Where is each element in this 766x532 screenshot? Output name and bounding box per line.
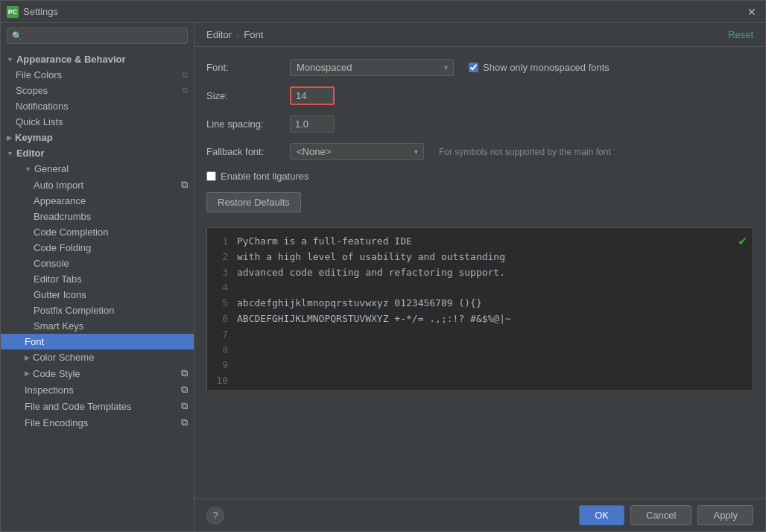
- line-spacing-input[interactable]: [290, 115, 335, 133]
- sidebar-item-gutter-icons[interactable]: Gutter Icons: [1, 287, 194, 303]
- content-area: Editor › Font Reset Font: Monospaced Con…: [194, 23, 765, 531]
- settings-body: Font: Monospaced Consolas Courier New De…: [194, 47, 765, 498]
- expand-icon: ▼: [25, 165, 31, 173]
- sidebar-item-quick-lists[interactable]: Quick Lists: [1, 114, 194, 130]
- preview-line-4: 4: [216, 280, 744, 296]
- apply-button[interactable]: Apply: [697, 505, 753, 525]
- sidebar-item-smart-keys[interactable]: Smart Keys: [1, 318, 194, 334]
- content-header: Editor › Font Reset: [194, 23, 765, 47]
- font-select-wrapper: Monospaced Consolas Courier New DejaVu S…: [290, 59, 454, 76]
- sidebar-item-keymap[interactable]: ▶ Keymap: [1, 130, 194, 145]
- sidebar-item-postfix-completion[interactable]: Postfix Completion: [1, 303, 194, 318]
- copy-icon: ⧉: [182, 70, 188, 80]
- sidebar-item-file-and-code-templates[interactable]: File and Code Templates ⧉: [1, 398, 194, 414]
- preview-line-7: 7: [216, 327, 744, 343]
- line-spacing-row: Line spacing:: [206, 115, 753, 133]
- search-input[interactable]: [25, 31, 183, 41]
- font-row: Font: Monospaced Consolas Courier New De…: [206, 59, 753, 76]
- sidebar-item-editor[interactable]: ▼ Editor: [1, 145, 194, 161]
- monospaced-checkbox[interactable]: [469, 63, 478, 72]
- sidebar-item-font[interactable]: Font: [1, 334, 194, 349]
- titlebar-left: PC Settings: [7, 6, 58, 18]
- expand-icon: ▶: [25, 354, 30, 361]
- close-button[interactable]: ✕: [744, 4, 759, 19]
- preview-line-10: 10: [216, 373, 744, 389]
- sidebar-item-breadcrumbs[interactable]: Breadcrumbs: [1, 209, 194, 224]
- sidebar-item-code-style[interactable]: ▶ Code Style ⧉: [1, 365, 194, 381]
- preview-line-9: 9: [216, 358, 744, 373]
- ok-button[interactable]: OK: [579, 505, 624, 525]
- sidebar-item-color-scheme[interactable]: ▶ Color Scheme: [1, 349, 194, 365]
- monospaced-checkbox-row: Show only monospaced fonts: [469, 62, 610, 73]
- font-preview: ✔ 1 PyCharm is a full-featured IDE 2 wit…: [206, 227, 753, 391]
- expand-icon: ▶: [25, 370, 30, 377]
- fallback-select[interactable]: <None>: [290, 143, 424, 160]
- size-row: Size:: [206, 86, 753, 105]
- sidebar-item-code-folding[interactable]: Code Folding: [1, 240, 194, 256]
- restore-defaults-button[interactable]: Restore Defaults: [206, 192, 301, 212]
- copy-icon: ⧉: [182, 86, 188, 95]
- ligatures-label: Enable font ligatures: [221, 171, 309, 182]
- fallback-label: Fallback font:: [206, 146, 281, 157]
- cancel-button[interactable]: Cancel: [630, 505, 691, 525]
- copy-icon: ⧉: [181, 417, 188, 428]
- sidebar-tree: ▼ Appearance & Behavior File Colors ⧉ Sc…: [1, 48, 194, 531]
- sidebar-item-auto-import[interactable]: Auto Import ⧉: [1, 177, 194, 193]
- copy-icon: ⧉: [181, 384, 188, 396]
- ligatures-checkbox[interactable]: [206, 171, 216, 181]
- app-icon: PC: [7, 6, 19, 18]
- sidebar-item-console[interactable]: Console: [1, 256, 194, 271]
- breadcrumb: Editor › Font: [206, 29, 263, 40]
- sidebar-item-appearance[interactable]: Appearance: [1, 193, 194, 209]
- help-button[interactable]: ?: [206, 507, 224, 525]
- sidebar-item-inspections[interactable]: Inspections ⧉: [1, 381, 194, 398]
- search-box[interactable]: 🔍: [7, 28, 188, 44]
- size-label: Size:: [206, 90, 281, 101]
- sidebar-item-appearance-behavior[interactable]: ▼ Appearance & Behavior: [1, 51, 194, 67]
- sidebar-item-file-colors[interactable]: File Colors ⧉: [1, 67, 194, 83]
- search-icon: 🔍: [12, 31, 22, 41]
- sidebar-item-code-completion[interactable]: Code Completion: [1, 224, 194, 240]
- preview-line-2: 2 with a high level of usability and out…: [216, 250, 744, 265]
- expand-icon: ▼: [7, 56, 13, 63]
- expand-icon: ▼: [7, 150, 13, 157]
- copy-icon: ⧉: [181, 367, 188, 379]
- reset-button[interactable]: Reset: [728, 29, 753, 40]
- fallback-description: For symbols not supported by the main fo…: [439, 147, 611, 157]
- fallback-font-row: Fallback font: <None> For symbols not su…: [206, 143, 753, 160]
- size-input[interactable]: [290, 86, 335, 105]
- breadcrumb-editor: Editor: [206, 29, 232, 40]
- sidebar-item-scopes[interactable]: Scopes ⧉: [1, 83, 194, 98]
- footer: ? OK Cancel Apply: [194, 498, 765, 531]
- monospaced-label: Show only monospaced fonts: [483, 62, 610, 73]
- sidebar-item-file-encodings[interactable]: File Encodings ⧉: [1, 414, 194, 431]
- sidebar-item-notifications[interactable]: Notifications: [1, 98, 194, 114]
- sidebar-item-general[interactable]: ▼ General: [1, 161, 194, 177]
- copy-icon: ⧉: [181, 179, 188, 191]
- preview-line-3: 3 advanced code editing and refactoring …: [216, 265, 744, 281]
- footer-buttons: OK Cancel Apply: [579, 505, 753, 525]
- expand-icon: ▶: [7, 134, 12, 142]
- ligatures-row: Enable font ligatures: [206, 171, 753, 182]
- settings-window: PC Settings ✕ 🔍 ▼ Appearance & Behavior …: [0, 0, 766, 532]
- breadcrumb-font: Font: [244, 29, 263, 40]
- fallback-select-wrapper: <None>: [290, 143, 424, 160]
- breadcrumb-separator: ›: [236, 29, 239, 40]
- preview-line-5: 5 abcdefghijklmnopqrstuvwxyz 0123456789 …: [216, 296, 744, 311]
- titlebar: PC Settings ✕: [1, 1, 765, 23]
- sidebar: 🔍 ▼ Appearance & Behavior File Colors ⧉ …: [1, 23, 194, 531]
- font-label: Font:: [206, 62, 281, 73]
- window-title: Settings: [23, 6, 58, 17]
- main-layout: 🔍 ▼ Appearance & Behavior File Colors ⧉ …: [1, 23, 765, 531]
- preview-line-6: 6 ABCDEFGHIJKLMNOPQRSTUVWXYZ +-*/= .,;:!…: [216, 311, 744, 327]
- font-select[interactable]: Monospaced Consolas Courier New DejaVu S…: [290, 59, 454, 76]
- sidebar-item-editor-tabs[interactable]: Editor Tabs: [1, 271, 194, 287]
- copy-icon: ⧉: [181, 400, 188, 412]
- line-spacing-label: Line spacing:: [206, 118, 281, 130]
- preview-line-8: 8: [216, 343, 744, 358]
- preview-line-1: 1 PyCharm is a full-featured IDE: [216, 234, 744, 250]
- preview-checkmark-icon: ✔: [738, 232, 747, 248]
